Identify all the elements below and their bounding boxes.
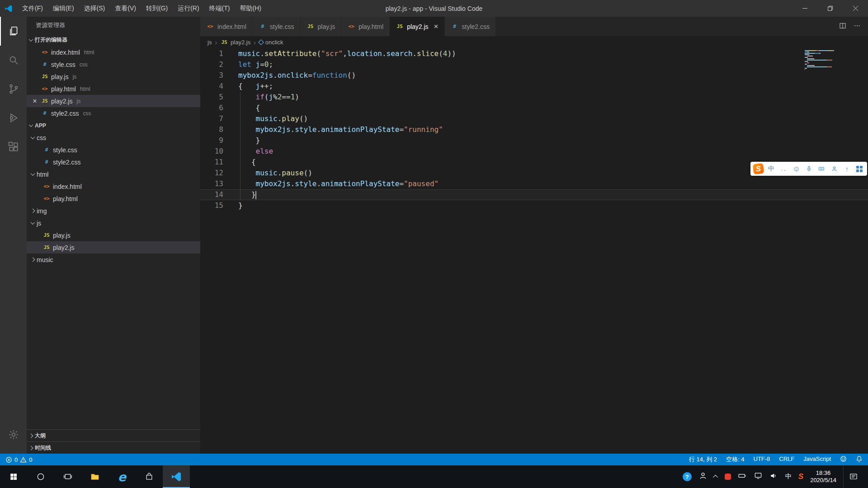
tree-item[interactable]: #style.css	[27, 144, 200, 156]
tab[interactable]: #style2.css	[445, 17, 496, 36]
tree-folder[interactable]: js	[27, 217, 200, 229]
menu-item[interactable]: 运行(R)	[173, 0, 204, 17]
menu-item[interactable]: 帮助(H)	[235, 0, 266, 17]
sogou-logo-icon[interactable]: S	[753, 163, 764, 174]
item-label: play2.js	[53, 244, 74, 251]
menu-item[interactable]: 终端(T)	[204, 0, 235, 17]
tree-item[interactable]: JSplay.js	[27, 229, 200, 241]
status-item[interactable]: UTF-8	[754, 455, 770, 464]
ime-skin-icon[interactable]: ↑	[842, 165, 852, 173]
menu-item[interactable]: 编辑(E)	[48, 0, 79, 17]
start-button[interactable]	[0, 465, 27, 488]
open-editor-item[interactable]: JSplay.jsjs	[27, 70, 200, 83]
tree-folder[interactable]: img	[27, 205, 200, 217]
tab[interactable]: JSplay2.js×	[390, 17, 444, 36]
restore-button[interactable]	[817, 0, 843, 17]
status-item[interactable]: 空格: 4	[726, 455, 744, 464]
explorer-sidebar: 资源管理器 打开的编辑器 <>index.htmlhtml#style.cssc…	[27, 17, 200, 454]
sogou-tray-icon[interactable]: S	[798, 472, 803, 481]
run-debug-icon[interactable]	[0, 103, 27, 132]
tree-item[interactable]: <>index.html	[27, 180, 200, 192]
code-line: 7 music.play()	[200, 113, 868, 124]
split-editor-icon[interactable]	[839, 22, 846, 31]
tree-item[interactable]: <>play.html	[27, 192, 200, 205]
open-editor-item[interactable]: #style2.csscss	[27, 107, 200, 119]
task-view-icon[interactable]	[54, 465, 81, 488]
menu-item[interactable]: 查看(V)	[110, 0, 141, 17]
ime-emoji-icon[interactable]: ☺	[792, 165, 802, 173]
tray-expand-icon[interactable]	[713, 475, 718, 480]
volume-icon[interactable]	[769, 471, 778, 482]
code-text: }	[238, 189, 256, 200]
people-icon[interactable]	[698, 471, 708, 482]
feedback-smiley-icon[interactable]	[840, 455, 847, 464]
status-item[interactable]: JavaScript	[803, 455, 831, 464]
breadcrumb-item[interactable]: js	[208, 39, 212, 46]
action-center-icon[interactable]	[843, 465, 863, 488]
close-button[interactable]	[843, 0, 868, 17]
html-file-icon: <>	[41, 49, 49, 55]
taskbar-clock[interactable]: 18:36 2020/5/14	[810, 469, 836, 484]
outline-section-header[interactable]: 大纲	[27, 429, 200, 441]
tab[interactable]: <>index.html	[200, 17, 253, 36]
code-editor[interactable]: 1music.setAttribute("scr",location.searc…	[200, 48, 868, 454]
menu-item[interactable]: 选择(S)	[79, 0, 110, 17]
tab[interactable]: JSplay.js	[301, 17, 342, 36]
search-icon[interactable]	[0, 46, 27, 75]
ime-keyboard-icon[interactable]	[816, 166, 826, 172]
open-editor-item[interactable]: <>play.htmlhtml	[27, 83, 200, 95]
open-editor-item[interactable]: ×JSplay2.jsjs	[27, 95, 200, 107]
bell-icon[interactable]	[856, 455, 863, 464]
tray-app-icon[interactable]	[725, 474, 731, 480]
tree-item[interactable]: JSplay2.js	[27, 241, 200, 253]
file-name: index.html	[51, 49, 80, 56]
item-label: play.js	[53, 232, 71, 239]
tree-folder[interactable]: html	[27, 168, 200, 180]
ime-mic-icon[interactable]	[804, 165, 814, 172]
status-item[interactable]: 行 14, 列 2	[689, 455, 717, 464]
tree-folder[interactable]: music	[27, 253, 200, 266]
ime-lang-icon[interactable]: 中	[766, 165, 776, 173]
ime-punctuation-icon[interactable]: ，。	[779, 166, 789, 172]
ime-toolbar[interactable]: S 中 ，。 ☺ ↑	[750, 162, 867, 176]
more-actions-icon[interactable]	[854, 22, 861, 31]
code-line: 5 if(j%2==1)	[200, 92, 868, 103]
ime-toolbox-icon[interactable]	[854, 166, 864, 172]
explorer-icon[interactable]	[0, 17, 27, 46]
settings-gear-icon[interactable]	[0, 420, 27, 449]
project-header[interactable]: APP	[27, 119, 200, 131]
tree-folder[interactable]: css	[27, 131, 200, 144]
close-icon[interactable]: ×	[31, 98, 38, 105]
menu-item[interactable]: 文件(F)	[17, 0, 48, 17]
vscode-taskbar-icon[interactable]	[163, 465, 190, 488]
close-icon[interactable]: ×	[434, 23, 439, 30]
cortana-search-icon[interactable]	[27, 465, 54, 488]
help-badge-icon[interactable]: ?	[683, 472, 692, 481]
network-display-icon[interactable]	[754, 471, 763, 482]
menu-item[interactable]: 转到(G)	[141, 0, 173, 17]
breadcrumb-item[interactable]: JSplay2.js	[220, 39, 250, 46]
status-item[interactable]: CRLF	[779, 455, 794, 464]
microsoft-store-icon[interactable]	[136, 465, 163, 488]
battery-icon[interactable]	[738, 471, 747, 482]
edge-browser-icon[interactable]: e	[108, 465, 136, 488]
open-editor-item[interactable]: #style.csscss	[27, 58, 200, 70]
file-explorer-icon[interactable]	[81, 465, 108, 488]
ime-person-icon[interactable]	[829, 166, 839, 172]
line-number: 8	[200, 124, 238, 135]
minimize-button[interactable]	[792, 0, 817, 17]
open-editor-item[interactable]: <>index.htmlhtml	[27, 46, 200, 58]
tab[interactable]: #style.css	[253, 17, 301, 36]
minimap[interactable]	[805, 50, 836, 70]
ime-language-indicator[interactable]: 中	[785, 473, 792, 481]
source-control-icon[interactable]	[0, 75, 27, 103]
problems-status[interactable]: 0 0	[5, 456, 32, 463]
tree-item[interactable]: #style2.css	[27, 156, 200, 168]
status-bar: 0 0 行 14, 列 2空格: 4UTF-8CRLFJavaScript	[0, 454, 868, 465]
file-folder-hint: html	[80, 86, 90, 92]
breadcrumb-item[interactable]: onclick	[259, 39, 283, 46]
open-editors-header[interactable]: 打开的编辑器	[27, 34, 200, 46]
extensions-icon[interactable]	[0, 132, 27, 161]
timeline-section-header[interactable]: 时间线	[27, 441, 200, 454]
tab[interactable]: <>play.html	[341, 17, 390, 36]
